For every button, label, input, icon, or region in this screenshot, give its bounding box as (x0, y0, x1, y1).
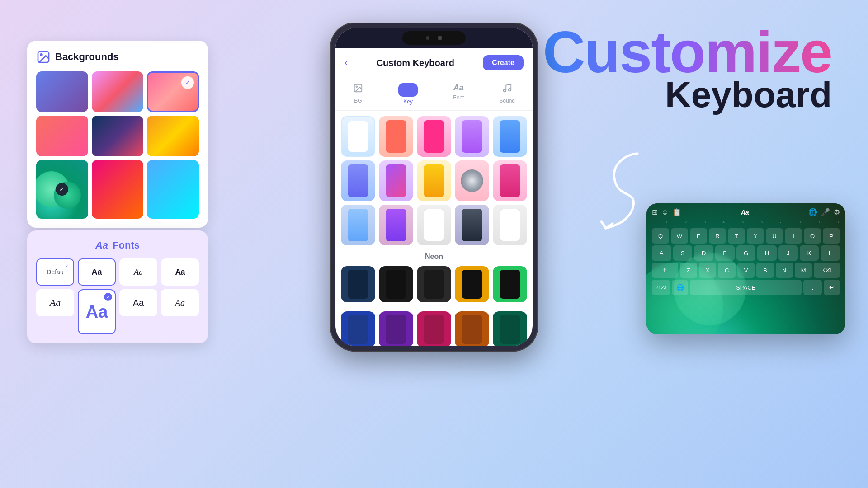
neon-key-1[interactable] (341, 266, 375, 302)
neon-grid (335, 263, 533, 306)
kb-num-5: 5 (728, 220, 745, 227)
kb-numbers-btn[interactable]: ?123 (652, 280, 670, 295)
kb-key-b[interactable]: B (756, 263, 774, 278)
key-style-13[interactable] (417, 205, 451, 245)
kb-key-j[interactable]: J (778, 245, 798, 261)
kb-key-u[interactable]: U (766, 228, 783, 244)
bg-item-4[interactable] (36, 116, 88, 156)
neon-key-7[interactable] (379, 311, 413, 346)
key-style-7[interactable] (379, 160, 413, 201)
kb-enter-btn[interactable]: ↵ (824, 280, 840, 295)
kb-key-n[interactable]: N (776, 263, 793, 278)
key-style-14[interactable] (455, 205, 489, 245)
font-item-7[interactable]: Aa (161, 289, 199, 316)
key-style-5[interactable] (493, 116, 527, 157)
key-style-8[interactable] (417, 160, 451, 201)
kb-space[interactable]: SPACE (690, 280, 801, 295)
phone-notch (402, 31, 466, 45)
kb-key-i[interactable]: I (785, 228, 802, 244)
key-style-6[interactable] (341, 160, 375, 201)
key-style-15[interactable] (493, 205, 527, 245)
bg-item-6[interactable] (147, 116, 199, 156)
back-button[interactable]: ‹ (344, 57, 348, 69)
kb-key-k[interactable]: K (800, 245, 819, 261)
svg-point-4 (503, 89, 506, 92)
font-item-default[interactable]: Defau ✓ (36, 258, 74, 286)
kb-key-f[interactable]: F (715, 245, 735, 261)
neon-key-3[interactable] (417, 266, 451, 302)
kb-key-r[interactable]: R (709, 228, 726, 244)
kb-key-l[interactable]: L (821, 245, 840, 261)
key-style-11[interactable] (341, 205, 375, 245)
neon-key-8[interactable] (417, 311, 451, 346)
kb-key-q[interactable]: Q (652, 228, 669, 244)
tab-key[interactable]: B Key (393, 81, 424, 107)
bg-item-2[interactable] (92, 71, 144, 112)
tab-sound-icon (502, 83, 512, 96)
neon-key-9[interactable] (455, 311, 489, 346)
key-style-10[interactable] (493, 160, 527, 201)
key-style-1[interactable] (341, 116, 375, 157)
font-7-label: Aa (175, 298, 185, 308)
kb-key-t[interactable]: T (728, 228, 745, 244)
kb-top-icons-left: ⊞ ☺ 📋 (652, 208, 681, 216)
tab-font-icon: Aa (453, 83, 464, 93)
tab-font[interactable]: Aa Font (448, 81, 469, 107)
kb-period[interactable]: . (803, 280, 822, 295)
kb-row-a: A S D F G H J K L (652, 245, 840, 261)
font-item-4[interactable]: Aa (36, 289, 74, 316)
kb-key-z[interactable]: Z (680, 263, 697, 278)
bg-check-3: ✓ (181, 76, 194, 89)
neon-key-10[interactable] (493, 311, 527, 346)
key-style-2[interactable] (379, 116, 413, 157)
tab-bg[interactable]: BG (348, 81, 368, 107)
bg-item-7[interactable]: ✓ (36, 160, 88, 219)
kb-key-p[interactable]: P (823, 228, 840, 244)
bg-item-8[interactable] (92, 160, 144, 219)
font-default-label: Defau (47, 268, 63, 276)
kb-key-c[interactable]: C (718, 263, 735, 278)
kb-num-2: 2 (671, 220, 688, 227)
kb-key-w[interactable]: W (671, 228, 688, 244)
neon-key-4[interactable] (455, 266, 489, 302)
kb-content: ⊞ ☺ 📋 Aa 🌐 🎤 ⚙ 1 2 3 4 5 6 7 8 9 0 (646, 203, 845, 300)
kb-key-x[interactable]: X (699, 263, 716, 278)
font-item-6[interactable]: Aa (119, 289, 157, 316)
kb-key-y[interactable]: Y (747, 228, 764, 244)
kb-key-o[interactable]: O (804, 228, 821, 244)
kb-globe-btn[interactable]: 🌐 (672, 280, 688, 295)
kb-key-g[interactable]: G (736, 245, 756, 261)
kb-key-shift[interactable]: ⇧ (652, 263, 678, 278)
font-item-2[interactable]: Aa (119, 258, 157, 286)
font-check-5: ✓ (104, 293, 112, 301)
tab-sound[interactable]: Sound (494, 81, 520, 107)
kb-key-v[interactable]: V (737, 263, 755, 278)
neon-key-5[interactable] (493, 266, 527, 302)
key-style-4[interactable] (455, 116, 489, 157)
backgrounds-grid: ✓ ✓ (36, 71, 199, 219)
phone-mockup: ‹ Custom Keyboard Create (330, 23, 538, 352)
neon-key-2[interactable] (379, 266, 413, 302)
bg-item-3[interactable]: ✓ (147, 71, 199, 112)
kb-key-m[interactable]: M (795, 263, 812, 278)
kb-key-h[interactable]: H (757, 245, 777, 261)
bg-item-1[interactable] (36, 71, 88, 112)
key-style-9[interactable] (455, 160, 489, 201)
kb-key-a[interactable]: A (652, 245, 671, 261)
neon-key-6[interactable] (341, 311, 375, 346)
key-grid (335, 111, 533, 251)
create-button[interactable]: Create (483, 55, 524, 70)
font-item-5-large[interactable]: Aa ✓ (78, 289, 116, 334)
kb-key-s[interactable]: S (673, 245, 693, 261)
font-item-3[interactable]: Aa (161, 258, 199, 286)
bg-item-9[interactable] (147, 160, 199, 219)
kb-key-d[interactable]: D (694, 245, 713, 261)
kb-key-e[interactable]: E (690, 228, 707, 244)
bg-item-5[interactable] (92, 116, 144, 156)
kb-key-backspace[interactable]: ⌫ (814, 263, 840, 278)
key-style-12[interactable] (379, 205, 413, 245)
key-style-3[interactable] (417, 116, 451, 157)
font-item-1[interactable]: Aa (78, 258, 116, 286)
phone-status-bar (335, 28, 533, 48)
bg-check-7: ✓ (56, 183, 68, 196)
